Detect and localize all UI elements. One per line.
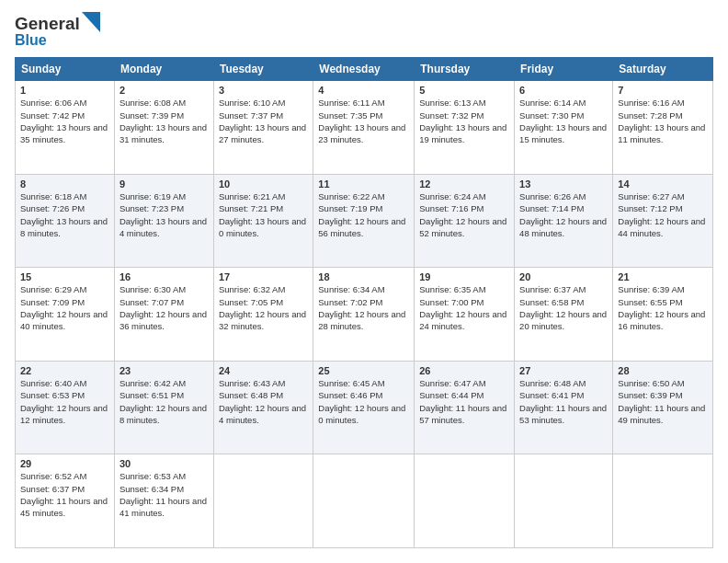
- calendar-day-cell: 19Sunrise: 6:35 AMSunset: 7:00 PMDayligh…: [415, 268, 515, 362]
- page: General Blue SundayMondayTuesdayWednesda…: [0, 0, 728, 563]
- day-info: Sunrise: 6:39 AMSunset: 6:55 PMDaylight:…: [618, 283, 708, 332]
- calendar-day-cell: 25Sunrise: 6:45 AMSunset: 6:46 PMDayligh…: [313, 361, 415, 454]
- day-number: 1: [20, 85, 109, 96]
- day-number: 18: [318, 271, 409, 282]
- calendar-day-cell: 4Sunrise: 6:11 AMSunset: 7:35 PMDaylight…: [313, 81, 415, 175]
- day-number: 17: [219, 271, 308, 282]
- calendar-day-cell: 28Sunrise: 6:50 AMSunset: 6:39 PMDayligh…: [613, 361, 713, 454]
- day-info: Sunrise: 6:06 AMSunset: 7:42 PMDaylight:…: [20, 97, 109, 145]
- day-number: 16: [119, 271, 209, 282]
- day-info: Sunrise: 6:30 AMSunset: 7:07 PMDaylight:…: [119, 283, 209, 332]
- day-number: 4: [318, 85, 409, 96]
- day-info: Sunrise: 6:14 AMSunset: 7:30 PMDaylight:…: [519, 97, 608, 145]
- calendar-week-row: 8Sunrise: 6:18 AMSunset: 7:26 PMDaylight…: [16, 174, 713, 268]
- day-number: 9: [119, 178, 209, 190]
- calendar-day-cell: 8Sunrise: 6:18 AMSunset: 7:26 PMDaylight…: [16, 174, 115, 268]
- day-number: 3: [219, 85, 308, 96]
- day-number: 11: [318, 178, 409, 190]
- day-info: Sunrise: 6:53 AMSunset: 6:34 PMDaylight:…: [119, 470, 209, 519]
- day-number: 30: [119, 458, 209, 469]
- day-number: 27: [519, 365, 608, 376]
- day-info: Sunrise: 6:18 AMSunset: 7:26 PMDaylight:…: [20, 190, 109, 239]
- day-info: Sunrise: 6:40 AMSunset: 6:53 PMDaylight:…: [20, 377, 109, 426]
- logo: General Blue: [15, 15, 100, 48]
- calendar-day-cell: 30Sunrise: 6:53 AMSunset: 6:34 PMDayligh…: [114, 454, 213, 548]
- calendar-body: 1Sunrise: 6:06 AMSunset: 7:42 PMDaylight…: [16, 81, 713, 548]
- day-number: 7: [618, 85, 708, 96]
- header: General Blue: [15, 15, 713, 48]
- day-number: 2: [119, 85, 209, 96]
- day-number: 26: [419, 365, 509, 376]
- calendar-week-row: 15Sunrise: 6:29 AMSunset: 7:09 PMDayligh…: [16, 268, 713, 362]
- day-number: 22: [20, 365, 109, 376]
- calendar-day-cell: 5Sunrise: 6:13 AMSunset: 7:32 PMDaylight…: [415, 81, 515, 175]
- day-number: 14: [618, 178, 708, 190]
- day-info: Sunrise: 6:45 AMSunset: 6:46 PMDaylight:…: [318, 377, 409, 426]
- day-number: 5: [419, 85, 509, 96]
- calendar-week-row: 22Sunrise: 6:40 AMSunset: 6:53 PMDayligh…: [16, 361, 713, 454]
- day-info: Sunrise: 6:26 AMSunset: 7:14 PMDaylight:…: [519, 190, 608, 239]
- day-info: Sunrise: 6:47 AMSunset: 6:44 PMDaylight:…: [419, 377, 509, 426]
- calendar-day-cell: 18Sunrise: 6:34 AMSunset: 7:02 PMDayligh…: [313, 268, 415, 362]
- day-info: Sunrise: 6:34 AMSunset: 7:02 PMDaylight:…: [318, 283, 409, 332]
- calendar-day-cell: 12Sunrise: 6:24 AMSunset: 7:16 PMDayligh…: [415, 174, 515, 268]
- day-info: Sunrise: 6:50 AMSunset: 6:39 PMDaylight:…: [618, 377, 708, 426]
- weekday-header-row: SundayMondayTuesdayWednesdayThursdayFrid…: [16, 58, 713, 81]
- calendar-day-cell: 9Sunrise: 6:19 AMSunset: 7:23 PMDaylight…: [114, 174, 213, 268]
- day-info: Sunrise: 6:13 AMSunset: 7:32 PMDaylight:…: [419, 97, 509, 145]
- calendar-day-cell: 20Sunrise: 6:37 AMSunset: 6:58 PMDayligh…: [515, 268, 613, 362]
- weekday-header-cell: Tuesday: [213, 58, 313, 81]
- day-number: 21: [618, 271, 708, 282]
- day-info: Sunrise: 6:22 AMSunset: 7:19 PMDaylight:…: [318, 190, 409, 239]
- day-number: 8: [20, 178, 109, 190]
- calendar-day-cell: [213, 454, 313, 548]
- calendar-day-cell: 22Sunrise: 6:40 AMSunset: 6:53 PMDayligh…: [16, 361, 115, 454]
- day-info: Sunrise: 6:37 AMSunset: 6:58 PMDaylight:…: [519, 283, 608, 332]
- weekday-header-cell: Sunday: [16, 58, 115, 81]
- calendar-day-cell: [515, 454, 613, 548]
- day-info: Sunrise: 6:35 AMSunset: 7:00 PMDaylight:…: [419, 283, 509, 332]
- calendar-day-cell: 13Sunrise: 6:26 AMSunset: 7:14 PMDayligh…: [515, 174, 613, 268]
- day-number: 19: [419, 271, 509, 282]
- calendar-day-cell: 15Sunrise: 6:29 AMSunset: 7:09 PMDayligh…: [16, 268, 115, 362]
- calendar-day-cell: 1Sunrise: 6:06 AMSunset: 7:42 PMDaylight…: [16, 81, 115, 175]
- calendar-day-cell: [415, 454, 515, 548]
- logo-arrow-icon: [82, 12, 100, 32]
- day-info: Sunrise: 6:10 AMSunset: 7:37 PMDaylight:…: [219, 97, 308, 145]
- weekday-header-cell: Thursday: [415, 58, 515, 81]
- calendar-day-cell: 2Sunrise: 6:08 AMSunset: 7:39 PMDaylight…: [114, 81, 213, 175]
- calendar-day-cell: 29Sunrise: 6:52 AMSunset: 6:37 PMDayligh…: [16, 454, 115, 548]
- day-number: 29: [20, 458, 109, 469]
- logo-general-text: General: [15, 15, 80, 34]
- calendar-week-row: 1Sunrise: 6:06 AMSunset: 7:42 PMDaylight…: [16, 81, 713, 175]
- calendar-day-cell: 21Sunrise: 6:39 AMSunset: 6:55 PMDayligh…: [613, 268, 713, 362]
- calendar-day-cell: 17Sunrise: 6:32 AMSunset: 7:05 PMDayligh…: [213, 268, 313, 362]
- day-number: 13: [519, 178, 608, 190]
- day-info: Sunrise: 6:11 AMSunset: 7:35 PMDaylight:…: [318, 97, 409, 145]
- day-info: Sunrise: 6:27 AMSunset: 7:12 PMDaylight:…: [618, 190, 708, 239]
- calendar-day-cell: 24Sunrise: 6:43 AMSunset: 6:48 PMDayligh…: [213, 361, 313, 454]
- weekday-header-cell: Wednesday: [313, 58, 415, 81]
- calendar-table: SundayMondayTuesdayWednesdayThursdayFrid…: [15, 57, 713, 548]
- day-number: 6: [519, 85, 608, 96]
- day-info: Sunrise: 6:24 AMSunset: 7:16 PMDaylight:…: [419, 190, 509, 239]
- calendar-day-cell: 23Sunrise: 6:42 AMSunset: 6:51 PMDayligh…: [114, 361, 213, 454]
- calendar-day-cell: 14Sunrise: 6:27 AMSunset: 7:12 PMDayligh…: [613, 174, 713, 268]
- calendar-day-cell: 3Sunrise: 6:10 AMSunset: 7:37 PMDaylight…: [213, 81, 313, 175]
- day-number: 15: [20, 271, 109, 282]
- calendar-day-cell: 6Sunrise: 6:14 AMSunset: 7:30 PMDaylight…: [515, 81, 613, 175]
- day-info: Sunrise: 6:21 AMSunset: 7:21 PMDaylight:…: [219, 190, 308, 239]
- day-info: Sunrise: 6:52 AMSunset: 6:37 PMDaylight:…: [20, 470, 109, 519]
- day-number: 28: [618, 365, 708, 376]
- day-number: 25: [318, 365, 409, 376]
- day-info: Sunrise: 6:42 AMSunset: 6:51 PMDaylight:…: [119, 377, 209, 426]
- calendar-day-cell: 11Sunrise: 6:22 AMSunset: 7:19 PMDayligh…: [313, 174, 415, 268]
- day-info: Sunrise: 6:29 AMSunset: 7:09 PMDaylight:…: [20, 283, 109, 332]
- calendar-day-cell: 10Sunrise: 6:21 AMSunset: 7:21 PMDayligh…: [213, 174, 313, 268]
- calendar-day-cell: 26Sunrise: 6:47 AMSunset: 6:44 PMDayligh…: [415, 361, 515, 454]
- calendar-day-cell: 27Sunrise: 6:48 AMSunset: 6:41 PMDayligh…: [515, 361, 613, 454]
- day-info: Sunrise: 6:48 AMSunset: 6:41 PMDaylight:…: [519, 377, 608, 426]
- day-number: 20: [519, 271, 608, 282]
- calendar-week-row: 29Sunrise: 6:52 AMSunset: 6:37 PMDayligh…: [16, 454, 713, 548]
- weekday-header-cell: Friday: [515, 58, 613, 81]
